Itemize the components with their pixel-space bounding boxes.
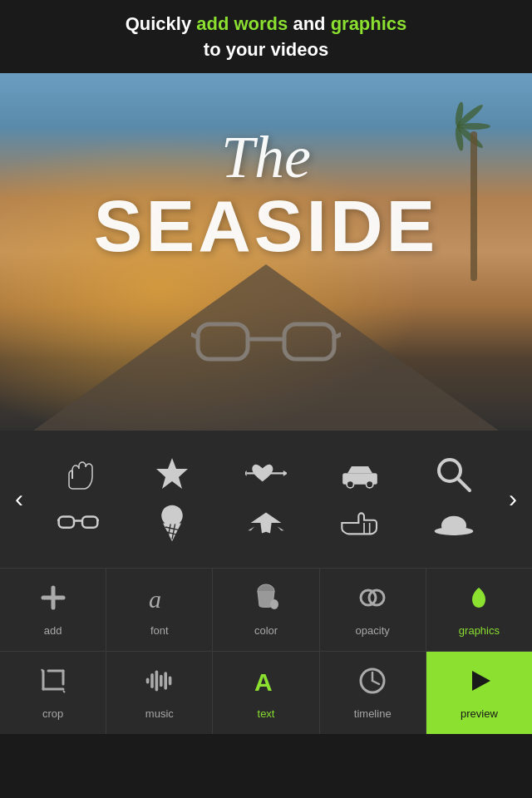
- svg-rect-47: [164, 672, 167, 690]
- timeline-label: timeline: [354, 707, 392, 720]
- graphic-sunglasses[interactable]: [34, 502, 121, 544]
- graphics-icon: [464, 583, 494, 619]
- svg-line-4: [334, 332, 341, 337]
- graphic-bowler-hat[interactable]: [411, 502, 498, 544]
- music-icon: [145, 666, 175, 702]
- svg-point-11: [347, 481, 353, 488]
- svg-text:a: a: [149, 585, 161, 613]
- graphic-airplane[interactable]: [222, 502, 309, 544]
- svg-line-14: [458, 479, 470, 490]
- nav-left-arrow[interactable]: ‹: [8, 485, 30, 513]
- svg-line-3: [191, 332, 198, 337]
- svg-rect-48: [169, 676, 172, 685]
- music-label: music: [145, 707, 174, 720]
- header-green2: graphics: [331, 13, 407, 34]
- tool-crop-button[interactable]: crop: [0, 652, 106, 734]
- app-header: Quickly add words and graphics to your v…: [0, 0, 532, 73]
- header-green1: add words: [196, 13, 288, 34]
- header-subtitle: to your videos: [17, 37, 515, 63]
- preview-label: preview: [461, 707, 498, 720]
- video-text-overlay: The SEASIDE: [0, 123, 532, 268]
- graphics-grid: [30, 446, 502, 552]
- crop-label: crop: [42, 707, 63, 720]
- graphic-magnifier[interactable]: [411, 454, 498, 495]
- font-label: font: [150, 624, 169, 637]
- bottom-toolbar-2: crop music A text: [0, 651, 532, 734]
- text-icon: A: [251, 666, 281, 702]
- bottom-toolbar-1: add a font color opacity: [0, 568, 532, 651]
- svg-marker-8: [283, 470, 287, 476]
- header-title: Quickly add words and graphics: [17, 12, 515, 37]
- svg-rect-1: [198, 324, 248, 359]
- tool-music-button[interactable]: music: [106, 652, 213, 734]
- font-icon: a: [145, 583, 175, 619]
- tool-add-button[interactable]: add: [0, 569, 106, 651]
- graphic-pointing-hand[interactable]: [317, 502, 404, 544]
- add-icon: [38, 583, 68, 619]
- text-label: text: [258, 707, 275, 720]
- timeline-icon: [357, 666, 387, 702]
- graphic-peace-sign[interactable]: [34, 454, 121, 495]
- header-prefix: Quickly: [126, 13, 197, 34]
- video-preview-area[interactable]: The SEASIDE: [0, 73, 532, 431]
- svg-point-12: [367, 481, 373, 488]
- add-label: add: [44, 624, 62, 637]
- tool-graphics-button[interactable]: graphics: [426, 569, 532, 651]
- graphic-star[interactable]: [128, 454, 215, 495]
- opacity-icon: [357, 583, 387, 619]
- tool-font-button[interactable]: a font: [106, 569, 213, 651]
- svg-rect-46: [160, 674, 163, 686]
- svg-marker-6: [156, 458, 188, 489]
- tool-timeline-button[interactable]: timeline: [320, 652, 426, 734]
- svg-rect-45: [155, 670, 158, 691]
- opacity-label: opacity: [356, 624, 390, 637]
- sunglasses-overlay: [191, 314, 341, 384]
- graphic-ice-cream[interactable]: [128, 502, 215, 544]
- color-icon: [251, 583, 281, 619]
- header-middle: and: [288, 13, 330, 34]
- svg-rect-43: [146, 677, 150, 683]
- seaside-text: SEASIDE: [0, 184, 532, 268]
- preview-icon: [464, 666, 494, 702]
- svg-rect-44: [150, 673, 154, 688]
- graphics-strip: ‹: [0, 431, 532, 568]
- the-script-text: The: [0, 123, 532, 192]
- svg-marker-9: [245, 470, 247, 476]
- tool-text-button[interactable]: A text: [213, 652, 319, 734]
- svg-point-29: [441, 516, 466, 535]
- svg-line-42: [63, 691, 65, 692]
- graphic-heart-arrow[interactable]: [222, 454, 309, 495]
- svg-point-34: [270, 599, 278, 609]
- tool-preview-button[interactable]: preview: [426, 652, 532, 734]
- svg-marker-53: [472, 671, 490, 691]
- color-label: color: [254, 624, 278, 637]
- nav-right-arrow[interactable]: ›: [502, 485, 524, 513]
- crop-icon: [38, 666, 68, 702]
- tool-opacity-button[interactable]: opacity: [320, 569, 426, 651]
- svg-line-52: [372, 681, 379, 684]
- tool-color-button[interactable]: color: [213, 569, 319, 651]
- svg-rect-15: [58, 517, 73, 528]
- svg-text:A: A: [254, 668, 273, 696]
- svg-rect-2: [284, 324, 334, 359]
- graphics-label: graphics: [459, 624, 500, 637]
- svg-point-20: [161, 505, 182, 526]
- svg-rect-16: [82, 517, 97, 528]
- graphic-car[interactable]: [317, 454, 404, 495]
